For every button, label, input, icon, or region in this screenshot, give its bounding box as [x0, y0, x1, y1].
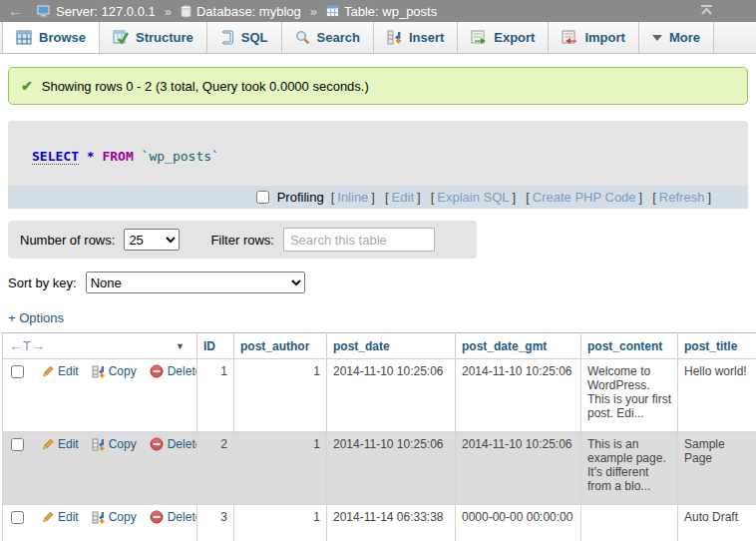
refresh-link[interactable]: Refresh — [659, 190, 705, 205]
column-header-post-author[interactable]: post_author — [234, 333, 327, 359]
cell-post-content: Welcome to WordPress. This is your first… — [581, 359, 678, 432]
tab-structure[interactable]: Structure — [100, 22, 207, 53]
tab-browse[interactable]: Browse — [2, 22, 100, 53]
explain-sql-link[interactable]: Explain SQL — [437, 190, 509, 205]
query-link-inline: [Inline] — [328, 190, 378, 205]
cell-post-date-gmt: 0000-00-00 00:00:00 — [456, 505, 581, 541]
tab-export[interactable]: Export — [458, 22, 549, 53]
filter-rows-label: Filter rows: — [210, 233, 274, 248]
breadcrumb: Server: 127.0.0.1 » Database: myblog » T… — [37, 4, 437, 19]
header-row: ←T→ ▼ ID post_author post_date post_date… — [3, 333, 756, 359]
edit-row-action[interactable]: Edit — [41, 510, 79, 524]
copy-link[interactable]: Copy — [109, 364, 137, 378]
bracket: [ — [652, 190, 656, 205]
tab-bar: Browse Structure SQL Search Insert Expor… — [0, 22, 756, 54]
bracket: [ — [331, 190, 335, 205]
delete-link[interactable]: Delete — [168, 437, 197, 451]
tab-import[interactable]: Import — [549, 22, 638, 53]
edit-query-link[interactable]: Edit — [392, 190, 414, 205]
edit-link[interactable]: Edit — [58, 364, 79, 378]
copy-row-action[interactable]: Copy — [92, 364, 137, 378]
scroll-to-top-icon[interactable] — [699, 3, 714, 20]
edit-link[interactable]: Edit — [58, 510, 79, 524]
action-column-header: ←T→ ▼ — [3, 333, 197, 359]
bracket: ] — [371, 190, 375, 205]
delete-row-action[interactable]: Delete — [150, 437, 197, 451]
bracket: ] — [513, 190, 517, 205]
edit-row-action[interactable]: Edit — [41, 437, 79, 451]
profiling-checkbox[interactable] — [256, 191, 269, 204]
table-icon — [326, 5, 339, 17]
column-header-id[interactable]: ID — [197, 333, 234, 359]
success-message: ✔ Showing rows 0 - 2 (3 total, Query too… — [8, 67, 748, 105]
edit-link[interactable]: Edit — [58, 437, 79, 451]
pencil-icon — [41, 365, 54, 378]
inline-link[interactable]: Inline — [337, 190, 368, 205]
sql-star: * — [87, 149, 95, 164]
cell-post-date: 2014-11-14 06:33:38 — [327, 505, 456, 541]
tab-insert[interactable]: Insert — [374, 22, 458, 53]
profiling-label: Profiling — [277, 190, 324, 205]
column-header-post-date[interactable]: post_date — [327, 333, 456, 359]
breadcrumb-database[interactable]: Database: myblog — [196, 4, 301, 19]
tab-label: Browse — [39, 30, 86, 45]
delete-link[interactable]: Delete — [168, 364, 197, 378]
delete-link[interactable]: Delete — [168, 510, 197, 524]
cell-post-title: Auto Draft — [678, 505, 756, 541]
tab-search[interactable]: Search — [282, 22, 374, 53]
query-toolbar: Profiling [Inline] [Edit] [Explain SQL] … — [8, 186, 748, 209]
filter-rows-input[interactable] — [283, 228, 435, 252]
copy-row-action[interactable]: Copy — [92, 437, 137, 451]
sort-by-key-select[interactable]: None — [86, 271, 305, 293]
bracket: ] — [707, 190, 711, 205]
with-selected-dropdown-icon[interactable]: ▼ — [176, 341, 185, 351]
edit-row-action[interactable]: Edit — [41, 364, 79, 378]
copy-icon — [92, 438, 105, 451]
cell-post-title: Hello world! — [678, 359, 756, 432]
row-actions-cell: Edit Copy Delete — [3, 432, 197, 505]
copy-link[interactable]: Copy — [109, 437, 137, 451]
delete-icon — [150, 510, 164, 524]
delete-row-action[interactable]: Delete — [150, 510, 197, 524]
create-php-code-link[interactable]: Create PHP Code — [533, 190, 636, 205]
breadcrumb-server[interactable]: Server: 127.0.0.1 — [56, 4, 156, 19]
tab-sql[interactable]: SQL — [207, 22, 282, 53]
cell-post-date-gmt: 2014-11-10 10:25:06 — [456, 432, 581, 505]
cell-id: 2 — [197, 432, 234, 505]
back-arrow-icon[interactable]: ← — [0, 0, 37, 22]
tab-label: Search — [317, 30, 360, 45]
cell-post-content: This is an example page. It's different … — [581, 432, 678, 505]
sql-keyword-select-link[interactable]: SELECT — [32, 149, 79, 165]
cell-post-author: 1 — [234, 432, 327, 505]
breadcrumb-separator: » — [310, 4, 317, 19]
pencil-icon — [41, 438, 54, 451]
tab-more[interactable]: More — [639, 22, 714, 53]
row-checkbox[interactable] — [11, 511, 24, 524]
sort-row: Sort by key: None — [8, 271, 756, 293]
column-header-post-date-gmt[interactable]: post_date_gmt — [456, 333, 581, 359]
row-actions-cell: Edit Copy Delete — [3, 359, 197, 432]
display-direction-toggle[interactable]: ←T→ — [9, 338, 46, 353]
copy-link[interactable]: Copy — [109, 510, 137, 524]
copy-row-action[interactable]: Copy — [92, 510, 137, 524]
delete-row-action[interactable]: Delete — [150, 364, 197, 378]
column-header-post-content[interactable]: post_content — [581, 333, 678, 359]
breadcrumb-bar: ← Server: 127.0.0.1 » Database: myblog »… — [0, 0, 756, 22]
tab-label: Import — [584, 30, 624, 45]
number-of-rows-select[interactable]: 25 — [124, 229, 180, 251]
bracket: [ — [385, 190, 389, 205]
row-checkbox[interactable] — [11, 365, 24, 378]
row-actions-cell: Edit Copy Delete — [3, 505, 197, 541]
options-toggle-link[interactable]: + Options — [8, 310, 64, 325]
sql-file-icon — [220, 30, 234, 45]
export-icon — [471, 30, 487, 45]
copy-icon — [92, 511, 105, 524]
bracket: [ — [431, 190, 435, 205]
sql-table-name: `wp_posts` — [142, 149, 219, 164]
breadcrumb-table[interactable]: Table: wp_posts — [344, 4, 437, 19]
cell-id: 1 — [197, 359, 234, 432]
bracket: [ — [526, 190, 530, 205]
row-checkbox[interactable] — [11, 438, 24, 451]
pencil-icon — [41, 511, 54, 524]
column-header-post-title[interactable]: post_title — [678, 333, 756, 359]
